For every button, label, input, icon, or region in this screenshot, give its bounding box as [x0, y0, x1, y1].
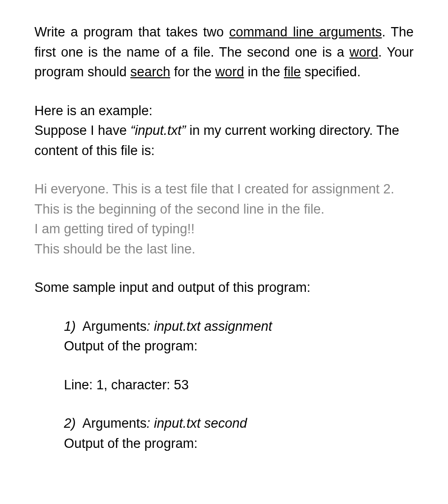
intro-text-d: for the [170, 64, 215, 79]
file-line-3: I am getting tired of typing!! [34, 219, 414, 239]
samples-block: 1) Arguments: input.txt assignment Outpu… [34, 316, 414, 454]
file-line-4: This should be the last line. [34, 239, 414, 259]
intro-underline-4: word [215, 64, 244, 79]
sample-1-args-line: 1) Arguments: input.txt assignment [64, 316, 414, 337]
sample-1-output-label: Output of the program: [64, 336, 414, 356]
intro-paragraph: Write a program that takes two command l… [34, 22, 414, 82]
sample-1-number: 1) [64, 319, 76, 334]
example-line1: Here is an example: [34, 103, 152, 118]
example-line2a: Suppose I have [34, 123, 130, 138]
intro-text-f: specified. [301, 64, 361, 79]
sample-2-args-line: 2) Arguments: input.txt second [64, 413, 414, 434]
sample-1-args-label: Arguments [83, 319, 147, 334]
sample-1-args-value: : input.txt assignment [147, 319, 272, 334]
file-content-block: Hi everyone. This is a test file that I … [34, 179, 414, 259]
intro-underline-1: command line arguments [229, 25, 382, 39]
file-line-1: Hi everyone. This is a test file that I … [34, 179, 414, 199]
example-paragraph: Here is an example: Suppose I have “inpu… [34, 101, 414, 161]
example-filename: “input.txt” [130, 123, 186, 138]
intro-text-a: Write a program that takes two [34, 25, 229, 39]
sample-2: 2) Arguments: input.txt second Output of… [64, 413, 414, 453]
intro-text-e: in the [244, 64, 284, 79]
intro-underline-2: word [349, 45, 378, 60]
samples-intro: Some sample input and output of this pro… [34, 278, 414, 298]
sample-2-number: 2) [64, 416, 76, 431]
sample-2-args-value: : input.txt second [147, 416, 247, 431]
sample-2-output-label: Output of the program: [64, 434, 414, 454]
intro-underline-3: search [130, 64, 170, 79]
intro-underline-5: file [284, 64, 301, 79]
file-line-2: This is the beginning of the second line… [34, 199, 414, 220]
sample-1: 1) Arguments: input.txt assignment Outpu… [64, 316, 414, 395]
sample-1-output-value: Line: 1, character: 53 [64, 375, 414, 395]
sample-2-args-label: Arguments [83, 416, 147, 431]
